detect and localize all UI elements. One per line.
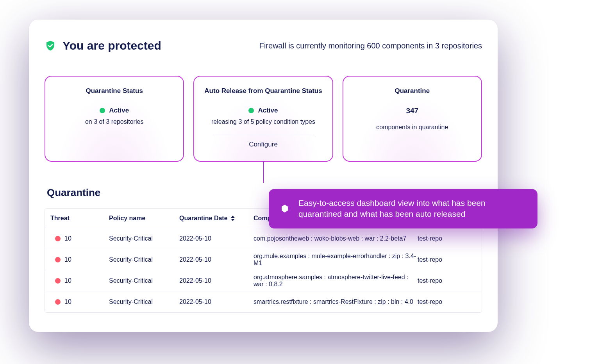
threat-value: 10 [64,277,71,284]
threat-dot-icon [55,278,61,284]
repo-cell: test-repo [418,298,476,305]
policy-cell: Security-Critical [109,235,179,242]
card-sub: releasing 3 of 5 policy condition types [202,118,324,126]
status-line: Active [53,107,175,114]
card-quarantine-count[interactable]: Quarantine 347 components in quarantine [343,76,482,162]
col-policy[interactable]: Policy name [109,215,179,222]
hexagon-icon [280,203,290,214]
repo-cell: test-repo [418,256,476,263]
header-subtitle: Firewall is currently monitoring 600 com… [259,41,482,50]
table-row[interactable]: 10Security-Critical2022-05-10smartrics.r… [45,291,482,312]
col-date[interactable]: Quarantine Date [179,215,254,222]
status-label: Active [109,107,129,114]
divider [213,135,313,135]
policy-cell: Security-Critical [109,277,179,284]
info-callout: Easy-to-access dashboard view into what … [269,189,537,228]
card-title: Quarantine Status [53,87,175,96]
header-left: You are protected [45,39,161,52]
table-row[interactable]: 10Security-Critical2022-05-10org.atmosph… [45,270,482,291]
policy-cell: Security-Critical [109,256,179,263]
quarantine-count: 347 [351,107,473,115]
threat-value: 10 [64,298,71,305]
shield-check-icon [45,40,56,52]
card-title: Auto Release from Quarantine Status [202,87,324,96]
page-title: You are protected [62,39,161,52]
card-title: Quarantine [351,87,473,96]
status-dot-icon [100,108,105,113]
status-label: Active [258,107,278,114]
sort-icon [231,216,235,221]
threat-dot-icon [55,257,61,262]
col-threat[interactable]: Threat [50,215,109,222]
card-auto-release[interactable]: Auto Release from Quarantine Status Acti… [193,76,333,162]
component-cell: smartrics.restfixture : smartrics-RestFi… [254,298,418,305]
component-cell: org.mule.examples : mule-example-errorha… [254,253,418,267]
configure-link[interactable]: Configure [202,141,324,148]
col-label: Quarantine Date [179,215,228,222]
repo-cell: test-repo [418,235,476,242]
threat-value: 10 [64,256,71,263]
status-dot-icon [248,108,254,113]
dashboard-panel: You are protected Firewall is currently … [29,20,498,332]
card-sub: on 3 of 3 repositories [53,118,175,126]
callout-text: Easy-to-access dashboard view into what … [298,198,527,220]
col-label: Policy name [109,215,145,222]
threat-cell: 10 [50,277,109,284]
card-sub: components in quarantine [351,123,473,132]
repo-cell: test-repo [418,277,476,284]
threat-cell: 10 [50,256,109,263]
date-cell: 2022-05-10 [179,277,254,284]
threat-cell: 10 [50,235,109,242]
col-label: Threat [50,215,70,222]
status-line: Active [202,107,324,114]
date-cell: 2022-05-10 [179,256,254,263]
callout-connector-line [263,161,264,183]
header-row: You are protected Firewall is currently … [45,39,482,52]
card-quarantine-status[interactable]: Quarantine Status Active on 3 of 3 repos… [45,76,184,162]
table-row[interactable]: 10Security-Critical2022-05-10com.pojoson… [45,228,482,249]
policy-cell: Security-Critical [109,298,179,305]
component-cell: com.pojosontheweb : woko-blobs-web : war… [254,235,418,242]
date-cell: 2022-05-10 [179,298,254,305]
threat-cell: 10 [50,298,109,305]
status-cards: Quarantine Status Active on 3 of 3 repos… [45,76,482,162]
table-body: 10Security-Critical2022-05-10com.pojoson… [45,228,482,312]
threat-dot-icon [55,236,61,241]
threat-value: 10 [64,235,71,242]
component-cell: org.atmosphere.samples : atmosphere-twit… [254,274,418,288]
threat-dot-icon [55,299,61,305]
table-row[interactable]: 10Security-Critical2022-05-10org.mule.ex… [45,249,482,270]
date-cell: 2022-05-10 [179,235,254,242]
